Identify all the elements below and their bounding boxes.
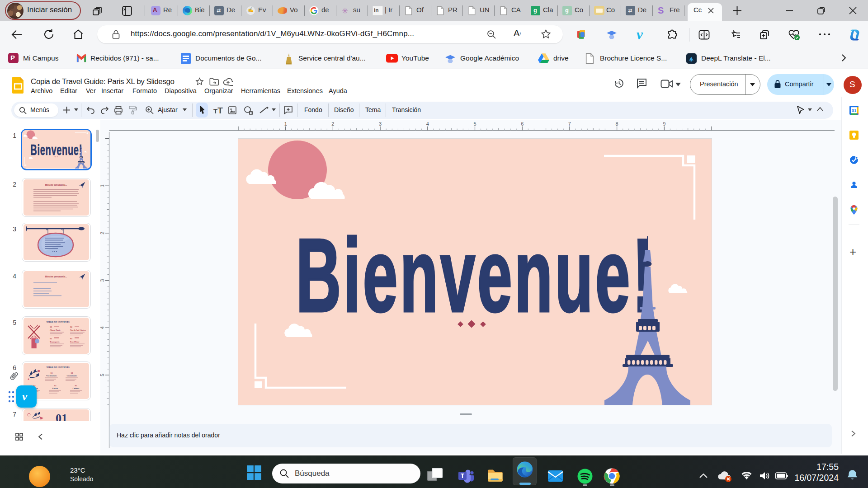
svg-text:2: 2 [331, 121, 334, 127]
svg-text:01: 01 [56, 412, 67, 421]
svg-text:Vocabulaire: Vocabulaire [46, 375, 57, 377]
svg-text:Grammaire: Grammaire [66, 375, 77, 377]
svg-text:4: 4 [426, 121, 429, 127]
svg-text:About Paris: About Paris [50, 329, 61, 331]
svg-text:Parler: Parler [52, 387, 58, 389]
svg-text:9: 9 [663, 121, 665, 127]
svg-text:02: 02 [70, 326, 73, 328]
svg-text:TABLE OF CONTENTS: TABLE OF CONTENTS [46, 366, 70, 368]
svg-text:TABLE OF CONTENTS: TABLE OF CONTENTS [46, 321, 70, 323]
svg-text:North Art Cluster: North Art Cluster [70, 329, 86, 331]
svg-text:5: 5 [473, 121, 476, 127]
svg-text:1: 1 [100, 184, 105, 187]
svg-text:Food Tour: Food Tour [70, 341, 80, 343]
svg-text:Transports: Transports [50, 341, 60, 343]
svg-text:Histoire personnelle...: Histoire personnelle... [45, 275, 67, 278]
svg-text:3: 3 [379, 121, 382, 127]
svg-text:3: 3 [100, 279, 105, 282]
svg-text:5: 5 [100, 374, 105, 376]
svg-text:04: 04 [70, 338, 73, 340]
svg-text:6: 6 [521, 121, 524, 127]
svg-text:4: 4 [100, 326, 105, 329]
svg-text:7: 7 [568, 121, 571, 127]
svg-text:02: 02 [71, 372, 74, 374]
svg-text:2: 2 [100, 232, 105, 235]
svg-text:04: 04 [54, 385, 57, 387]
svg-text:Bienvenue!: Bienvenue! [296, 217, 655, 333]
svg-text:31: 31 [852, 108, 857, 113]
svg-text:02: 02 [50, 338, 52, 340]
svg-text:01: 01 [51, 372, 53, 374]
svg-text:Histoire personnelle...: Histoire personnelle... [45, 183, 67, 186]
svg-text:01: 01 [50, 326, 52, 328]
svg-text:Culture: Culture [72, 387, 79, 389]
svg-text:05: 05 [75, 385, 78, 387]
svg-text:8: 8 [616, 121, 618, 127]
svg-text:1: 1 [284, 121, 287, 127]
